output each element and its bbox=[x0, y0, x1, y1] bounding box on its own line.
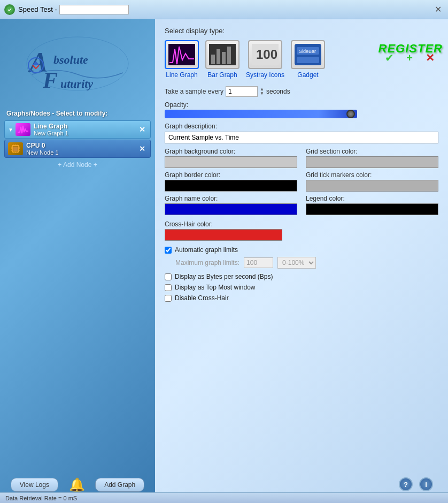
help-icon[interactable]: ? bbox=[399, 477, 413, 491]
auto-limits-checkbox[interactable] bbox=[165, 247, 172, 254]
crosshair-color-swatch[interactable] bbox=[165, 229, 282, 241]
max-value-input[interactable] bbox=[244, 257, 273, 268]
graphs-nodes-label: Graphs/Nodes - Select to modify: bbox=[0, 108, 155, 119]
gadget-label: Gadget bbox=[297, 71, 318, 79]
title-bar: Speed Test - ✕ bbox=[0, 0, 448, 19]
grid-section-color-swatch[interactable] bbox=[306, 156, 438, 168]
sample-rate-row: Take a sample every ▲ ▼ seconds bbox=[165, 86, 438, 97]
node-close-button[interactable]: ✕ bbox=[137, 144, 147, 153]
legend-color-group: Legend color: bbox=[306, 195, 438, 215]
right-panel: REGISTER ✔ + ✕ Select display type: Line… bbox=[155, 19, 448, 503]
top-most-label[interactable]: Display as Top Most window bbox=[175, 284, 256, 291]
sample-spinner[interactable]: ▲ ▼ bbox=[260, 87, 264, 96]
systray-preview: 100 bbox=[252, 44, 279, 65]
sample-input[interactable] bbox=[226, 86, 258, 97]
opacity-handle[interactable] bbox=[346, 110, 355, 118]
tree-group: ▼ Line Graph New Graph 1 ✕ bbox=[4, 120, 151, 171]
status-bar: Data Retrieval Rate = 0 mS bbox=[0, 492, 448, 503]
display-type-gadget[interactable]: SideBar Gadget bbox=[291, 40, 325, 79]
bell-icon[interactable]: 🔔 bbox=[69, 477, 85, 492]
sample-unit: seconds bbox=[266, 88, 290, 95]
gadget-preview: SideBar bbox=[295, 44, 321, 65]
info-icon[interactable]: i bbox=[419, 477, 433, 491]
grid-tick-color-swatch[interactable] bbox=[306, 180, 438, 192]
display-bps-checkbox[interactable] bbox=[165, 273, 172, 280]
line-graph-icon-box bbox=[165, 40, 199, 69]
svg-text:SideBar: SideBar bbox=[299, 49, 316, 54]
graph-border-color-group: Graph border color: bbox=[165, 171, 297, 192]
max-graph-row: Maximum graph limits: 0-100% 0-200% 0-50… bbox=[175, 257, 438, 269]
display-bps-label[interactable]: Display as Bytes per second (Bps) bbox=[175, 273, 273, 280]
opacity-label: Opacity: bbox=[165, 101, 438, 109]
tree-item-node[interactable]: CPU 0 New Node 1 ✕ bbox=[4, 140, 151, 158]
logo: A bsolute F uturity bbox=[24, 32, 131, 96]
graph-border-color-label: Graph border color: bbox=[165, 171, 297, 179]
grid-section-color-label: Grid section color: bbox=[306, 148, 438, 155]
gadget-icon-box: SideBar bbox=[291, 40, 325, 69]
graph-border-color-swatch[interactable] bbox=[165, 180, 297, 192]
grid-tick-color-label: Grid tick markers color: bbox=[306, 171, 438, 179]
max-range-select[interactable]: 0-100% 0-200% 0-50% bbox=[277, 257, 316, 269]
crosshair-color-group: Cross-Hair color: bbox=[165, 220, 438, 241]
opacity-slider[interactable] bbox=[165, 110, 357, 118]
add-node-button[interactable]: + Add Node + bbox=[4, 159, 151, 171]
grid-tick-color-group: Grid tick markers color: bbox=[306, 171, 438, 192]
svg-text:100: 100 bbox=[256, 47, 277, 62]
confirm-button[interactable]: ✔ bbox=[381, 49, 398, 66]
svg-rect-23 bbox=[211, 55, 215, 64]
top-most-checkbox[interactable] bbox=[165, 284, 172, 291]
graph-desc-input[interactable] bbox=[165, 132, 438, 143]
display-type-bar-graph[interactable]: Bar Graph bbox=[205, 40, 240, 79]
cpu-icon bbox=[8, 142, 23, 155]
line-graph-preview bbox=[168, 44, 195, 65]
graph-bg-color-group: Graph background color: bbox=[165, 148, 297, 168]
systray-label: Systray Icons bbox=[246, 71, 284, 79]
view-logs-button[interactable]: View Logs bbox=[11, 478, 58, 492]
svg-rect-8 bbox=[13, 147, 18, 151]
graph-name-label: New Graph 1 bbox=[34, 130, 137, 136]
display-type-line-graph[interactable]: Line Graph bbox=[165, 40, 199, 79]
bottom-buttons: View Logs 🔔 Add Graph bbox=[0, 477, 155, 492]
pulse-icon bbox=[18, 125, 28, 134]
action-buttons: ✔ + ✕ bbox=[381, 49, 438, 66]
graph-type-label: Line Graph bbox=[34, 123, 137, 130]
graph-name-color-swatch[interactable] bbox=[165, 203, 297, 215]
legend-color-swatch[interactable] bbox=[306, 203, 438, 215]
sample-label: Take a sample every bbox=[165, 88, 223, 95]
svg-rect-24 bbox=[217, 49, 220, 64]
graph-bg-color-swatch[interactable] bbox=[165, 156, 297, 168]
tree-item-graph[interactable]: ▼ Line Graph New Graph 1 ✕ bbox=[4, 120, 151, 139]
systray-icon-box: 100 bbox=[248, 40, 282, 69]
delete-button[interactable]: ✕ bbox=[421, 49, 438, 66]
disable-crosshair-label[interactable]: Disable Cross-Hair bbox=[175, 294, 229, 302]
svg-rect-25 bbox=[222, 52, 226, 64]
add-graph-button[interactable]: Add Graph bbox=[95, 478, 144, 492]
svg-rect-31 bbox=[297, 57, 319, 63]
title-input[interactable] bbox=[59, 5, 129, 14]
logo-area: A bsolute F uturity bbox=[0, 19, 155, 108]
select-display-label: Select display type: bbox=[165, 27, 438, 35]
node-type-label: CPU 0 bbox=[26, 142, 137, 149]
svg-text:F: F bbox=[42, 68, 58, 93]
line-graph-label: Line Graph bbox=[166, 71, 197, 79]
display-type-systray[interactable]: 100 Systray Icons bbox=[246, 40, 284, 79]
left-panel: A bsolute F uturity Graphs/Nodes - Selec… bbox=[0, 19, 155, 503]
bar-graph-preview bbox=[209, 44, 236, 65]
graph-desc-label: Graph description: bbox=[165, 123, 438, 130]
close-button[interactable]: ✕ bbox=[432, 4, 444, 15]
collapse-button[interactable]: ▼ bbox=[8, 127, 13, 133]
legend-color-label: Legend color: bbox=[306, 195, 438, 202]
max-limits-label: Maximum graph limits: bbox=[175, 259, 240, 266]
line-graph-icon bbox=[16, 123, 30, 136]
disable-crosshair-checkbox[interactable] bbox=[165, 295, 172, 302]
add-button[interactable]: + bbox=[401, 49, 418, 66]
status-text: Data Retrieval Rate = 0 mS bbox=[5, 495, 77, 501]
graph-close-button[interactable]: ✕ bbox=[137, 125, 147, 134]
spinner-down[interactable]: ▼ bbox=[260, 92, 264, 96]
crosshair-color-label: Cross-Hair color: bbox=[165, 220, 438, 228]
auto-limits-label[interactable]: Automatic graph limits bbox=[175, 246, 238, 254]
svg-text:uturity: uturity bbox=[60, 77, 93, 90]
graph-name-color-group: Graph name color: bbox=[165, 195, 297, 215]
title-text: Speed Test - bbox=[18, 5, 57, 13]
node-name-label: New Node 1 bbox=[26, 149, 137, 156]
